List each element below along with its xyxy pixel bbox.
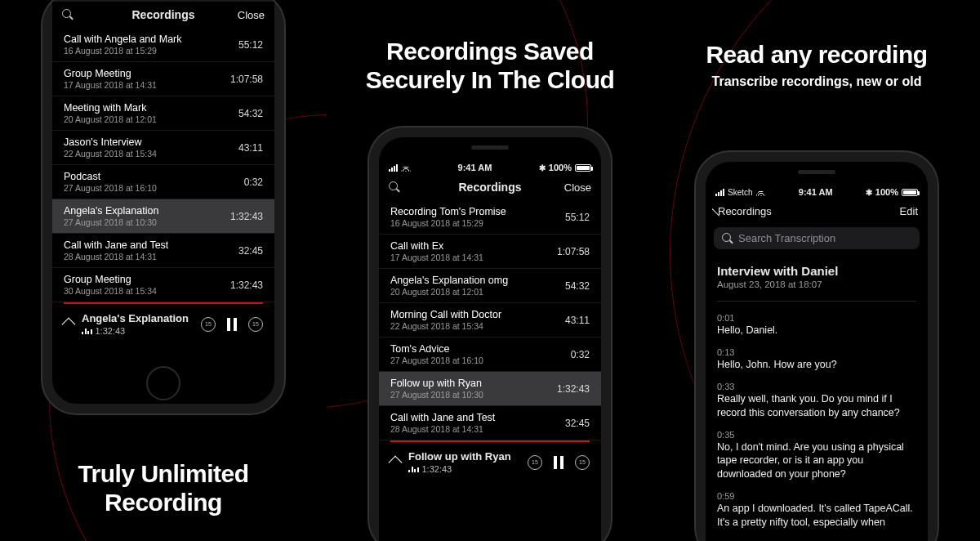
recording-date: 30 August 2018 at 15:34 bbox=[64, 286, 230, 296]
list-item[interactable]: Tom's Advice27 August 2018 at 16:100:32 bbox=[379, 338, 601, 372]
search-input[interactable]: Search Transcription bbox=[714, 227, 920, 249]
skip-back-button[interactable]: 15 bbox=[201, 317, 216, 332]
list-item[interactable]: Recording Tom's Promise16 August 2018 at… bbox=[379, 200, 601, 235]
list-item[interactable]: Morning Call with Doctor22 August 2018 a… bbox=[379, 303, 601, 338]
battery-icon bbox=[575, 164, 591, 172]
recording-duration: 1:32:43 bbox=[230, 279, 263, 291]
transcript-line[interactable]: 0:35No, I don't mind. Are you using a ph… bbox=[706, 427, 928, 489]
player-title: Follow up with Ryan bbox=[408, 450, 519, 463]
pause-button[interactable] bbox=[554, 456, 564, 469]
list-item[interactable]: Call with Angela and Mark16 August 2018 … bbox=[52, 28, 274, 62]
recording-name: Call with Jane and Test bbox=[64, 239, 238, 251]
list-item[interactable]: Call with Jane and Test28 August 2018 at… bbox=[52, 234, 274, 268]
status-bar: 9:41 AM ✱ 100% bbox=[379, 159, 601, 174]
player: Angela's Explanation 1:32:43 15 15 bbox=[52, 304, 274, 346]
search-button[interactable] bbox=[389, 181, 438, 193]
recording-date: 27 August 2018 at 16:10 bbox=[390, 355, 571, 365]
recording-name: Morning Call with Doctor bbox=[390, 309, 565, 320]
recording-name: Call with Ex bbox=[390, 240, 557, 252]
recording-name: Group Meeting bbox=[64, 68, 230, 79]
player-time: 1:32:43 bbox=[422, 464, 452, 474]
transcript-line[interactable]: 0:13Hello, John. How are you? bbox=[706, 344, 928, 378]
status-bar: Sketch 9:41 AM ✱ 100% bbox=[706, 184, 928, 199]
status-time: 9:41 AM bbox=[458, 163, 492, 172]
skip-forward-button[interactable]: 15 bbox=[575, 455, 590, 470]
nav-title: Recordings bbox=[111, 8, 216, 21]
recording-duration: 54:32 bbox=[565, 280, 590, 292]
phone-mockup: 9:41 AM ✱ 100% Recordings Close Recordin… bbox=[369, 127, 611, 541]
signal-icon bbox=[715, 189, 724, 196]
search-placeholder: Search Transcription bbox=[738, 232, 835, 244]
recording-duration: 55:12 bbox=[238, 39, 263, 51]
search-button[interactable] bbox=[62, 9, 111, 20]
phone-mockup: Sketch 9:41 AM ✱ 100% Recordings bbox=[696, 152, 938, 541]
list-item[interactable]: Meeting with Mark20 August 2018 at 12:01… bbox=[52, 96, 274, 131]
recording-name: Group Meeting bbox=[64, 274, 230, 285]
recording-name: Call with Angela and Mark bbox=[64, 34, 238, 45]
battery-pct: 100% bbox=[549, 163, 572, 172]
recording-duration: 1:32:43 bbox=[230, 211, 263, 222]
transcript-text: Really well, thank you. Do you mind if I… bbox=[717, 392, 916, 420]
bluetooth-icon: ✱ bbox=[539, 163, 546, 172]
expand-player-button[interactable] bbox=[62, 317, 76, 331]
search-icon bbox=[722, 233, 733, 244]
bluetooth-icon: ✱ bbox=[866, 188, 872, 197]
close-button[interactable]: Close bbox=[542, 181, 591, 194]
recording-name: Angela's Explanation omg bbox=[390, 275, 565, 286]
recording-duration: 43:11 bbox=[238, 142, 263, 154]
player: Follow up with Ryan 1:32:43 15 15 bbox=[379, 442, 601, 484]
recording-date: 16 August 2018 at 15:29 bbox=[390, 218, 565, 228]
transcript-text: No, I don't mind. Are you using a physic… bbox=[717, 440, 916, 482]
list-item[interactable]: Podcast27 August 2018 at 16:100:32 bbox=[52, 165, 274, 199]
panel2-headline: Recordings Saved Securely In The Cloud bbox=[327, 38, 653, 94]
earpiece bbox=[798, 170, 835, 174]
recording-date: 16 August 2018 at 15:29 bbox=[64, 46, 238, 56]
player-title: Angela's Explanation bbox=[82, 312, 193, 324]
recording-name: Jason's Interview bbox=[64, 136, 238, 148]
skip-back-button[interactable]: 15 bbox=[528, 455, 542, 470]
recording-duration: 54:32 bbox=[238, 108, 263, 119]
list-item[interactable]: Call with Ex17 August 2018 at 14:311:07:… bbox=[379, 235, 601, 269]
recording-date: 27 August 2018 at 10:30 bbox=[64, 217, 230, 227]
transcript-timestamp: 0:13 bbox=[717, 347, 916, 357]
list-item[interactable]: Angela's Explanation omg20 August 2018 a… bbox=[379, 269, 601, 303]
list-item[interactable]: Jason's Interview22 August 2018 at 15:34… bbox=[52, 131, 274, 165]
list-item[interactable]: Angela's Explanation27 August 2018 at 10… bbox=[52, 199, 274, 234]
recording-date: 17 August 2018 at 14:31 bbox=[64, 80, 230, 90]
equalizer-icon bbox=[408, 466, 419, 472]
transcript-timestamp: 0:01 bbox=[717, 313, 916, 323]
transcript-line[interactable]: 0:33Really well, thank you. Do you mind … bbox=[706, 378, 928, 427]
close-button[interactable]: Close bbox=[216, 9, 265, 21]
back-button[interactable]: Recordings bbox=[715, 205, 764, 217]
recording-name: Tom's Advice bbox=[390, 343, 571, 355]
list-item[interactable]: Call with Jane and Test28 August 2018 at… bbox=[379, 406, 601, 440]
recording-duration: 43:11 bbox=[565, 315, 590, 326]
navbar: Recordings Close bbox=[52, 2, 274, 28]
equalizer-icon bbox=[82, 328, 92, 334]
recording-date: 28 August 2018 at 14:31 bbox=[64, 252, 238, 262]
recording-duration: 1:07:58 bbox=[557, 246, 590, 257]
search-icon bbox=[62, 9, 74, 20]
battery-icon bbox=[902, 189, 918, 196]
list-item[interactable]: Follow up with Ryan27 August 2018 at 10:… bbox=[379, 372, 601, 406]
edit-button[interactable]: Edit bbox=[869, 205, 918, 217]
recording-duration: 0:32 bbox=[244, 177, 263, 188]
list-item[interactable]: Group Meeting17 August 2018 at 14:311:07… bbox=[52, 62, 274, 96]
transcript-line[interactable]: 0:01Hello, Daniel. bbox=[706, 310, 928, 344]
pause-button[interactable] bbox=[227, 318, 237, 331]
transcript-text: Hello, John. How are you? bbox=[717, 358, 916, 372]
recording-date: 27 August 2018 at 10:30 bbox=[390, 390, 557, 400]
list-item[interactable]: Group Meeting30 August 2018 at 15:341:32… bbox=[52, 268, 274, 302]
recording-name: Meeting with Mark bbox=[64, 102, 238, 114]
phone-mockup: Recordings Close Call with Angela and Ma… bbox=[42, 0, 284, 414]
search-icon bbox=[389, 181, 400, 193]
expand-player-button[interactable] bbox=[389, 455, 403, 469]
panel1-headline: Truly Unlimited Recording bbox=[0, 460, 327, 516]
panel3-subhead: Transcribe recordings, new or old bbox=[653, 74, 980, 89]
transcript-line[interactable]: 0:59An app I downloaded. It's called Tap… bbox=[706, 488, 928, 536]
skip-forward-button[interactable]: 15 bbox=[248, 317, 263, 332]
wifi-icon bbox=[756, 189, 766, 196]
recording-date: 17 August 2018 at 14:31 bbox=[390, 253, 557, 262]
recording-duration: 32:45 bbox=[565, 418, 590, 429]
home-button[interactable] bbox=[146, 366, 180, 400]
